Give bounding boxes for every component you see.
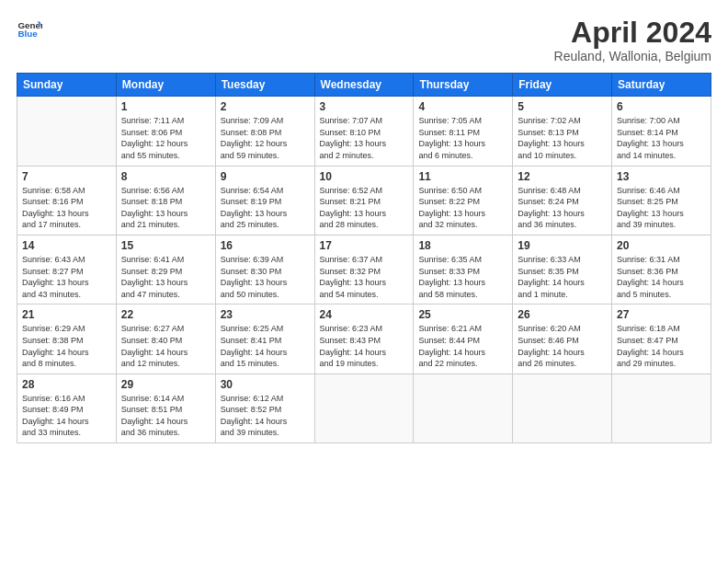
day-number: 17 [320, 239, 409, 252]
calendar-header-sunday: Sunday [17, 74, 117, 97]
day-number: 21 [22, 308, 111, 321]
calendar: SundayMondayTuesdayWednesdayThursdayFrid… [17, 73, 711, 443]
day-number: 11 [418, 170, 507, 183]
day-number: 20 [617, 239, 706, 252]
day-number: 7 [22, 170, 111, 183]
day-info: Sunrise: 6:48 AM Sunset: 8:24 PM Dayligh… [518, 185, 607, 231]
day-number: 1 [121, 100, 210, 113]
calendar-day-10: 10Sunrise: 6:52 AM Sunset: 8:21 PM Dayli… [314, 166, 414, 235]
day-number: 2 [221, 100, 310, 113]
calendar-header-tuesday: Tuesday [215, 74, 314, 97]
calendar-day-28: 28Sunrise: 6:16 AM Sunset: 8:49 PM Dayli… [17, 373, 117, 442]
day-info: Sunrise: 6:52 AM Sunset: 8:21 PM Dayligh… [320, 185, 409, 231]
day-info: Sunrise: 6:35 AM Sunset: 8:33 PM Dayligh… [418, 254, 507, 300]
day-info: Sunrise: 6:43 AM Sunset: 8:27 PM Dayligh… [22, 254, 111, 300]
title-block: April 2024 Reuland, Wallonia, Belgium [554, 17, 711, 63]
calendar-day-15: 15Sunrise: 6:41 AM Sunset: 8:29 PM Dayli… [116, 235, 215, 304]
day-info: Sunrise: 6:39 AM Sunset: 8:30 PM Dayligh… [221, 254, 310, 300]
calendar-day-29: 29Sunrise: 6:14 AM Sunset: 8:51 PM Dayli… [116, 373, 215, 442]
day-number: 16 [221, 239, 310, 252]
day-info: Sunrise: 6:14 AM Sunset: 8:51 PM Dayligh… [121, 393, 210, 439]
calendar-day-6: 6Sunrise: 7:00 AM Sunset: 8:14 PM Daylig… [612, 97, 711, 166]
day-number: 12 [518, 170, 607, 183]
day-info: Sunrise: 6:18 AM Sunset: 8:47 PM Dayligh… [617, 323, 706, 369]
location: Reuland, Wallonia, Belgium [554, 49, 711, 63]
calendar-day-26: 26Sunrise: 6:20 AM Sunset: 8:46 PM Dayli… [513, 304, 612, 373]
calendar-week-3: 14Sunrise: 6:43 AM Sunset: 8:27 PM Dayli… [17, 235, 711, 304]
calendar-day-empty [612, 373, 711, 442]
calendar-day-19: 19Sunrise: 6:33 AM Sunset: 8:35 PM Dayli… [513, 235, 612, 304]
day-number: 6 [617, 100, 706, 113]
calendar-day-empty [513, 373, 612, 442]
calendar-day-16: 16Sunrise: 6:39 AM Sunset: 8:30 PM Dayli… [215, 235, 314, 304]
day-number: 8 [121, 170, 210, 183]
calendar-day-5: 5Sunrise: 7:02 AM Sunset: 8:13 PM Daylig… [513, 97, 612, 166]
day-info: Sunrise: 6:56 AM Sunset: 8:18 PM Dayligh… [121, 185, 210, 231]
day-number: 13 [617, 170, 706, 183]
day-number: 5 [518, 100, 607, 113]
day-info: Sunrise: 6:23 AM Sunset: 8:43 PM Dayligh… [320, 323, 409, 369]
day-info: Sunrise: 7:00 AM Sunset: 8:14 PM Dayligh… [617, 115, 706, 161]
calendar-header-friday: Friday [513, 74, 612, 97]
day-info: Sunrise: 6:27 AM Sunset: 8:40 PM Dayligh… [121, 323, 210, 369]
day-info: Sunrise: 6:12 AM Sunset: 8:52 PM Dayligh… [221, 393, 310, 439]
day-info: Sunrise: 6:31 AM Sunset: 8:36 PM Dayligh… [617, 254, 706, 300]
day-number: 28 [22, 378, 111, 391]
calendar-day-1: 1Sunrise: 7:11 AM Sunset: 8:06 PM Daylig… [116, 97, 215, 166]
calendar-day-7: 7Sunrise: 6:58 AM Sunset: 8:16 PM Daylig… [17, 166, 117, 235]
calendar-day-20: 20Sunrise: 6:31 AM Sunset: 8:36 PM Dayli… [612, 235, 711, 304]
day-number: 14 [22, 239, 111, 252]
calendar-day-12: 12Sunrise: 6:48 AM Sunset: 8:24 PM Dayli… [513, 166, 612, 235]
day-number: 3 [320, 100, 409, 113]
day-number: 23 [221, 308, 310, 321]
calendar-day-8: 8Sunrise: 6:56 AM Sunset: 8:18 PM Daylig… [116, 166, 215, 235]
day-info: Sunrise: 6:20 AM Sunset: 8:46 PM Dayligh… [518, 323, 607, 369]
calendar-week-4: 21Sunrise: 6:29 AM Sunset: 8:38 PM Dayli… [17, 304, 711, 373]
calendar-day-27: 27Sunrise: 6:18 AM Sunset: 8:47 PM Dayli… [612, 304, 711, 373]
day-info: Sunrise: 6:41 AM Sunset: 8:29 PM Dayligh… [121, 254, 210, 300]
day-info: Sunrise: 7:05 AM Sunset: 8:11 PM Dayligh… [418, 115, 507, 161]
calendar-day-14: 14Sunrise: 6:43 AM Sunset: 8:27 PM Dayli… [17, 235, 117, 304]
day-number: 27 [617, 308, 706, 321]
calendar-day-25: 25Sunrise: 6:21 AM Sunset: 8:44 PM Dayli… [414, 304, 513, 373]
day-info: Sunrise: 6:16 AM Sunset: 8:49 PM Dayligh… [22, 393, 111, 439]
calendar-day-13: 13Sunrise: 6:46 AM Sunset: 8:25 PM Dayli… [612, 166, 711, 235]
day-number: 9 [221, 170, 310, 183]
day-info: Sunrise: 6:50 AM Sunset: 8:22 PM Dayligh… [418, 185, 507, 231]
calendar-day-2: 2Sunrise: 7:09 AM Sunset: 8:08 PM Daylig… [215, 97, 314, 166]
day-info: Sunrise: 6:46 AM Sunset: 8:25 PM Dayligh… [617, 185, 706, 231]
header: General Blue April 2024 Reuland, Walloni… [17, 17, 711, 63]
day-info: Sunrise: 7:09 AM Sunset: 8:08 PM Dayligh… [221, 115, 310, 161]
day-info: Sunrise: 7:07 AM Sunset: 8:10 PM Dayligh… [320, 115, 409, 161]
calendar-header-row: SundayMondayTuesdayWednesdayThursdayFrid… [17, 74, 711, 97]
calendar-day-4: 4Sunrise: 7:05 AM Sunset: 8:11 PM Daylig… [414, 97, 513, 166]
calendar-header-thursday: Thursday [414, 74, 513, 97]
day-number: 26 [518, 308, 607, 321]
logo-icon: General Blue [17, 17, 42, 42]
day-info: Sunrise: 6:33 AM Sunset: 8:35 PM Dayligh… [518, 254, 607, 300]
calendar-day-23: 23Sunrise: 6:25 AM Sunset: 8:41 PM Dayli… [215, 304, 314, 373]
day-info: Sunrise: 7:11 AM Sunset: 8:06 PM Dayligh… [121, 115, 210, 161]
calendar-day-empty [414, 373, 513, 442]
calendar-day-9: 9Sunrise: 6:54 AM Sunset: 8:19 PM Daylig… [215, 166, 314, 235]
calendar-week-1: 1Sunrise: 7:11 AM Sunset: 8:06 PM Daylig… [17, 97, 711, 166]
calendar-header-saturday: Saturday [612, 74, 711, 97]
calendar-day-18: 18Sunrise: 6:35 AM Sunset: 8:33 PM Dayli… [414, 235, 513, 304]
day-number: 19 [518, 239, 607, 252]
day-number: 29 [121, 378, 210, 391]
calendar-day-22: 22Sunrise: 6:27 AM Sunset: 8:40 PM Dayli… [116, 304, 215, 373]
day-info: Sunrise: 6:21 AM Sunset: 8:44 PM Dayligh… [418, 323, 507, 369]
day-info: Sunrise: 6:37 AM Sunset: 8:32 PM Dayligh… [320, 254, 409, 300]
calendar-header-monday: Monday [116, 74, 215, 97]
calendar-day-empty [17, 97, 117, 166]
month-title: April 2024 [554, 17, 711, 49]
day-number: 10 [320, 170, 409, 183]
day-number: 18 [418, 239, 507, 252]
svg-text:Blue: Blue [17, 29, 38, 39]
calendar-day-30: 30Sunrise: 6:12 AM Sunset: 8:52 PM Dayli… [215, 373, 314, 442]
calendar-week-2: 7Sunrise: 6:58 AM Sunset: 8:16 PM Daylig… [17, 166, 711, 235]
day-info: Sunrise: 7:02 AM Sunset: 8:13 PM Dayligh… [518, 115, 607, 161]
day-number: 25 [418, 308, 507, 321]
calendar-day-17: 17Sunrise: 6:37 AM Sunset: 8:32 PM Dayli… [314, 235, 414, 304]
day-info: Sunrise: 6:54 AM Sunset: 8:19 PM Dayligh… [221, 185, 310, 231]
